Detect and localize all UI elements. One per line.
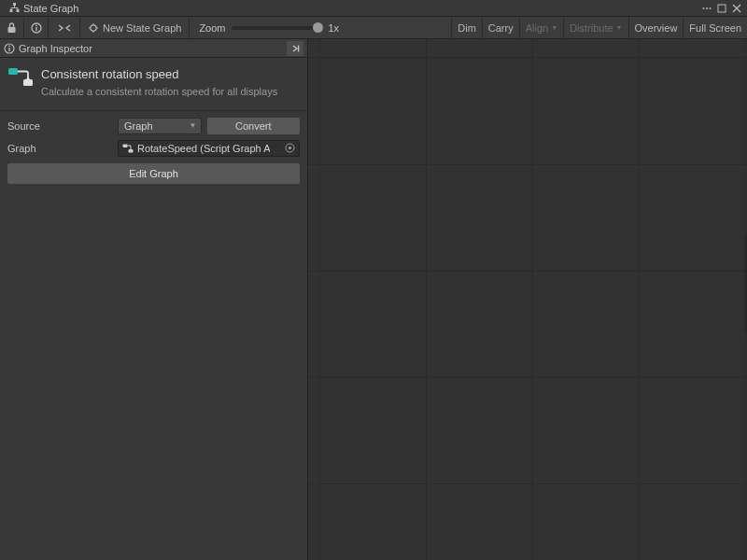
svg-rect-0 bbox=[13, 3, 16, 6]
zoom-slider-thumb[interactable] bbox=[313, 22, 323, 33]
collapse-panel-icon[interactable] bbox=[287, 41, 303, 56]
node-title: Consistent rotation speed bbox=[41, 67, 277, 81]
info-icon[interactable] bbox=[24, 18, 49, 38]
svg-point-5 bbox=[710, 7, 712, 9]
zoom-label: Zoom bbox=[199, 22, 225, 34]
svg-point-11 bbox=[91, 24, 96, 30]
maximize-icon[interactable] bbox=[715, 2, 728, 15]
zoom-value: 1x bbox=[329, 22, 340, 34]
svg-rect-15 bbox=[298, 45, 299, 51]
new-state-graph-label: New State Graph bbox=[103, 22, 181, 34]
graph-label: Graph bbox=[7, 143, 118, 154]
svg-rect-17 bbox=[23, 79, 33, 86]
source-label: Source bbox=[7, 120, 118, 132]
edit-graph-button[interactable]: Edit Graph bbox=[7, 163, 300, 184]
align-dropdown[interactable]: Align▼ bbox=[519, 17, 563, 38]
window-menu-icon[interactable] bbox=[700, 2, 713, 15]
zoom-slider[interactable] bbox=[232, 26, 323, 30]
window-title: State Graph bbox=[23, 3, 78, 14]
svg-rect-7 bbox=[8, 27, 16, 33]
window-tab[interactable]: State Graph bbox=[4, 0, 84, 16]
svg-point-3 bbox=[703, 7, 705, 9]
distribute-dropdown[interactable]: Distribute▼ bbox=[563, 17, 627, 38]
overview-button[interactable]: Overview bbox=[628, 17, 684, 38]
fullscreen-button[interactable]: Full Screen bbox=[683, 17, 747, 38]
svg-rect-6 bbox=[718, 5, 726, 12]
state-node-icon bbox=[7, 67, 34, 88]
svg-rect-16 bbox=[8, 68, 18, 75]
object-picker-icon[interactable] bbox=[285, 143, 295, 153]
graph-inspector-panel: Graph Inspector Consistent rotation spee… bbox=[0, 39, 308, 560]
new-state-graph-button[interactable]: New State Graph bbox=[80, 17, 190, 38]
svg-point-4 bbox=[706, 7, 708, 9]
lock-icon[interactable] bbox=[0, 18, 24, 38]
svg-rect-14 bbox=[8, 45, 9, 46]
dim-button[interactable]: Dim bbox=[451, 17, 482, 38]
svg-rect-18 bbox=[123, 144, 128, 147]
close-icon[interactable] bbox=[730, 2, 743, 15]
node-description: Calculate a consistent rotation speed fo… bbox=[41, 85, 277, 99]
graph-icon bbox=[88, 22, 99, 34]
svg-rect-2 bbox=[17, 9, 20, 12]
relations-icon[interactable] bbox=[49, 18, 80, 38]
svg-rect-1 bbox=[10, 9, 13, 12]
svg-rect-10 bbox=[35, 24, 36, 25]
asset-icon bbox=[122, 144, 134, 153]
svg-rect-19 bbox=[129, 149, 134, 153]
graph-asset-field[interactable]: RotateSpeed (Script Graph A bbox=[118, 140, 300, 157]
inspector-title: Graph Inspector bbox=[19, 43, 92, 54]
svg-rect-13 bbox=[8, 48, 9, 51]
graph-canvas[interactable]: Consistent rotation speed Calculate a co… bbox=[308, 39, 747, 560]
hierarchy-icon bbox=[9, 3, 20, 13]
svg-point-21 bbox=[289, 147, 291, 149]
convert-button[interactable]: Convert bbox=[207, 118, 301, 134]
svg-rect-9 bbox=[35, 27, 36, 31]
carry-button[interactable]: Carry bbox=[482, 17, 519, 38]
info-icon bbox=[4, 43, 15, 54]
source-dropdown[interactable]: Graph ▼ bbox=[118, 118, 202, 134]
